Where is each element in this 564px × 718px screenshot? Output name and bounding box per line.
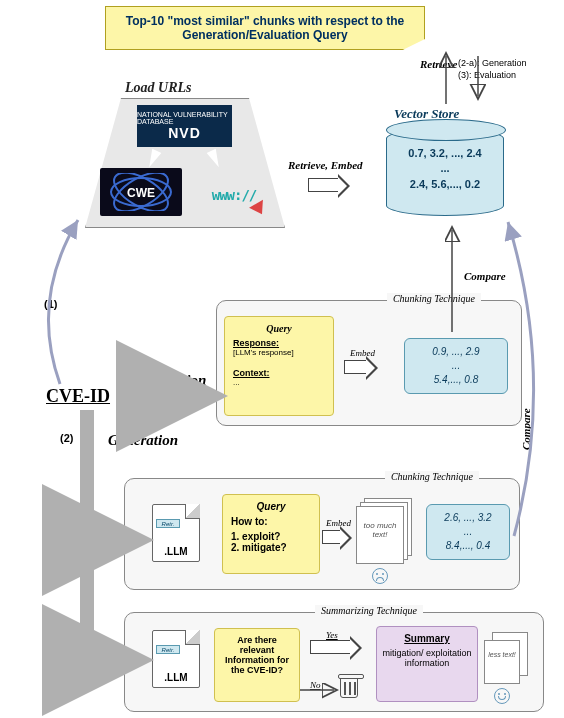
www-source: www:// (195, 175, 273, 215)
nvd-small-text: NATIONAL VULNERABILITY DATABASE (137, 111, 232, 125)
no-label: No (310, 680, 321, 690)
nvd-source: NATIONAL VULNERABILITY DATABASE NVD (137, 105, 232, 147)
step-1: (1) (44, 298, 57, 310)
response-value: [LLM's response] (233, 348, 325, 357)
query-title: Query (233, 323, 325, 334)
retr-llm-file: Retr. .LLM (152, 504, 200, 562)
trash-icon (340, 678, 358, 698)
page-icon: too much text! (356, 506, 404, 564)
summary-output: Summary mitigation/ exploitation informa… (376, 626, 478, 702)
file-ext: .LLM (153, 546, 199, 557)
context-label: Context: (233, 368, 325, 378)
cve-id-label: CVE-ID (46, 386, 110, 407)
gen-technique-title: Chunking Technique (385, 471, 479, 482)
vs-row: ... (396, 161, 494, 176)
retrieve-step-a: (2-a): Generation (458, 58, 527, 70)
response-label: Response: (233, 338, 325, 348)
www-text: www:// (212, 187, 257, 203)
top-banner-text: Top-10 "most similar" chunks with respec… (116, 14, 414, 42)
file-ext: .LLM (153, 672, 199, 683)
nvd-big-text: NVD (168, 125, 201, 141)
arrow-icon (308, 178, 338, 192)
eval-embed-values: 0.9, ..., 2.9 ... 5.4,..., 0.8 (404, 338, 508, 394)
less-text-stack: less text! (484, 632, 528, 686)
query-title: Query (231, 501, 311, 512)
vertical-shaft (80, 410, 94, 658)
retrieve-steps: (2-a): Generation (3): Evaluation (458, 58, 527, 81)
eval-query-note: Query Response: [LLM's response] Context… (224, 316, 334, 416)
gen-embed-values: 2.6, ..., 3.2 ... 8.4,..., 0.4 (426, 504, 510, 560)
arrow-icon (344, 360, 366, 374)
sum-query-text: Are there relevant Information for the C… (225, 635, 289, 675)
load-urls-title: Load URLs (125, 80, 192, 96)
gen-query-note: Query How to: 1. exploit? 2. mitigate? (222, 494, 320, 574)
eval-technique-title: Chunking Technique (387, 293, 481, 304)
step-3: (3) (160, 400, 173, 412)
sad-face-icon (372, 568, 388, 584)
retrieve-step-b: (3): Evaluation (458, 70, 527, 82)
retrieve-embed-label: Retrieve, Embed (288, 159, 363, 171)
yes-label: Yes (326, 630, 338, 640)
compare-label: Compare (464, 270, 506, 282)
retrieve-label: Retrieve (420, 58, 457, 70)
arrow-icon (310, 640, 350, 654)
context-value: ... (233, 378, 325, 387)
summary-title: Summary (381, 633, 473, 644)
howto-label: How to: (231, 516, 311, 527)
gen-q1: 1. exploit? (231, 531, 311, 542)
embed-row: 8.4,..., 0.4 (431, 539, 505, 553)
sum-query-note: Are there relevant Information for the C… (214, 628, 300, 702)
embed-row: 2.6, ..., 3.2 (431, 511, 505, 525)
top-banner: Top-10 "most similar" chunks with respec… (105, 6, 425, 50)
arrow-icon (322, 530, 340, 544)
file-header: Retr. (156, 519, 180, 528)
page-icon: less text! (484, 640, 520, 684)
sum-technique-title: Summarizing Technique (315, 605, 423, 616)
embed-row: ... (409, 359, 503, 373)
diagram-canvas: Top-10 "most similar" chunks with respec… (0, 0, 564, 718)
summary-body: mitigation/ exploitation information (381, 648, 473, 668)
vector-store-values: 0.7, 3.2, ..., 2.4 ... 2.4, 5.6,..., 0.2 (396, 146, 494, 192)
gen-q2: 2. mitigate? (231, 542, 311, 553)
svg-text:CWE: CWE (127, 186, 155, 200)
generation-flow-label: Generation (108, 432, 178, 449)
file-header: Retr. (156, 645, 180, 654)
embed-row: ... (431, 525, 505, 539)
step-2: (2) (60, 432, 73, 444)
happy-face-icon (494, 688, 510, 704)
cwe-source: CWE (100, 168, 182, 216)
evaluation-flow-label: Evaluation (138, 372, 206, 389)
embed-row: 5.4,..., 0.8 (409, 373, 503, 387)
vs-row: 0.7, 3.2, ..., 2.4 (396, 146, 494, 161)
embed-row: 0.9, ..., 2.9 (409, 345, 503, 359)
vs-row: 2.4, 5.6,..., 0.2 (396, 177, 494, 192)
too-much-text-stack: too much text! (356, 498, 414, 566)
compare-label: Compare (520, 408, 532, 450)
retr-llm-file: Retr. .LLM (152, 630, 200, 688)
